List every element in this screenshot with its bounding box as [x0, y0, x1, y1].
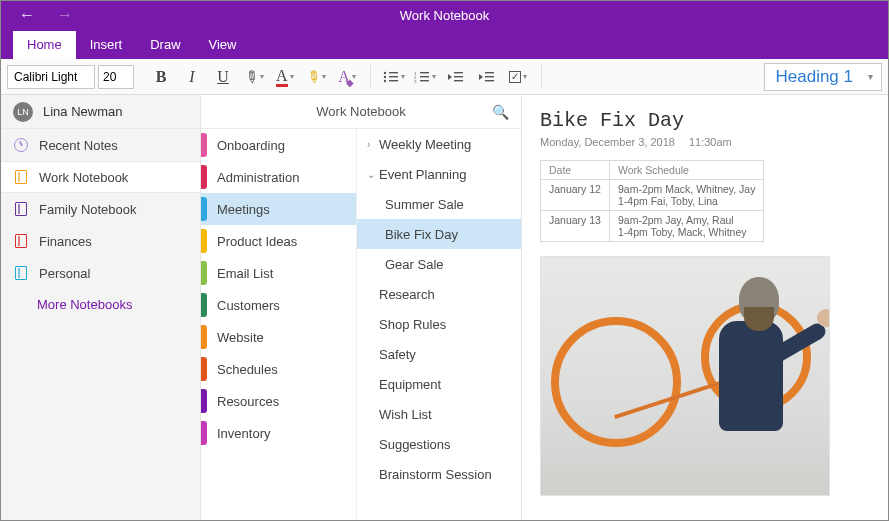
svg-rect-11 — [420, 80, 429, 81]
notebook-icon — [13, 265, 29, 281]
tab-insert[interactable]: Insert — [76, 31, 137, 59]
page-event-planning[interactable]: ⌄Event Planning — [357, 159, 521, 189]
notebook-icon — [13, 169, 29, 185]
sections-list: Onboarding Administration Meetings Produ… — [201, 129, 356, 520]
page-equipment[interactable]: Equipment — [357, 369, 521, 399]
tab-draw[interactable]: Draw — [136, 31, 194, 59]
sidebar-item-personal[interactable]: Personal — [1, 257, 200, 289]
user-name: Lina Newman — [43, 104, 123, 119]
page-gear-sale[interactable]: Gear Sale — [357, 249, 521, 279]
numbering-button[interactable]: 123▾ — [411, 64, 439, 90]
notebooks-sidebar: LN Lina Newman Recent Notes Work Noteboo… — [1, 95, 201, 520]
back-arrow-icon[interactable]: ← — [19, 6, 35, 24]
section-meetings[interactable]: Meetings — [201, 193, 356, 225]
page-brainstorm-session[interactable]: Brainstorm Session — [357, 459, 521, 489]
indent-button[interactable] — [473, 64, 501, 90]
svg-rect-14 — [454, 80, 463, 81]
ribbon-tabs: Home Insert Draw View — [1, 29, 888, 59]
tab-home[interactable]: Home — [13, 31, 76, 59]
search-icon[interactable]: 🔍 — [492, 104, 509, 120]
schedule-table[interactable]: DateWork Schedule January 129am-2pm Mack… — [540, 160, 764, 242]
sidebar-item-work-notebook[interactable]: Work Notebook — [1, 161, 200, 193]
page-research[interactable]: Research — [357, 279, 521, 309]
ribbon: B I U ✎▾ A▾ ✎▾ A◆▾ ▾ 123▾ ✓▾ Heading 1 — [1, 59, 888, 95]
chevron-down-icon: ⌄ — [367, 169, 379, 180]
pages-list: ›Weekly Meeting ⌄Event Planning Summer S… — [356, 129, 521, 520]
svg-rect-17 — [485, 80, 494, 81]
section-schedules[interactable]: Schedules — [201, 353, 356, 385]
svg-point-4 — [384, 79, 386, 81]
sidebar-item-family-notebook[interactable]: Family Notebook — [1, 193, 200, 225]
section-resources[interactable]: Resources — [201, 385, 356, 417]
note-image[interactable] — [540, 256, 830, 496]
page-weekly-meeting[interactable]: ›Weekly Meeting — [357, 129, 521, 159]
svg-rect-15 — [485, 72, 494, 73]
page-safety[interactable]: Safety — [357, 339, 521, 369]
title-bar: ← → Work Notebook — [1, 1, 888, 29]
page-suggestions[interactable]: Suggestions — [357, 429, 521, 459]
svg-text:3: 3 — [414, 79, 417, 84]
svg-rect-16 — [485, 76, 494, 77]
bullets-button[interactable]: ▾ — [380, 64, 408, 90]
todo-tag-button[interactable]: ✓▾ — [504, 64, 532, 90]
note-title[interactable]: Bike Fix Day — [540, 109, 870, 132]
section-website[interactable]: Website — [201, 321, 356, 353]
outdent-button[interactable] — [442, 64, 470, 90]
sidebar-item-finances[interactable]: Finances — [1, 225, 200, 257]
section-inventory[interactable]: Inventory — [201, 417, 356, 449]
highlight-button[interactable]: ✎▾ — [240, 64, 268, 90]
bold-button[interactable]: B — [147, 64, 175, 90]
style-select[interactable]: Heading 1 — [764, 63, 882, 91]
svg-rect-13 — [454, 76, 463, 77]
sections-pages-panel: Work Notebook 🔍 Onboarding Administratio… — [201, 95, 522, 520]
notebook-icon — [13, 201, 29, 217]
svg-rect-3 — [389, 76, 398, 77]
notebook-icon — [13, 233, 29, 249]
section-product-ideas[interactable]: Product Ideas — [201, 225, 356, 257]
section-customers[interactable]: Customers — [201, 289, 356, 321]
svg-point-2 — [384, 75, 386, 77]
page-shop-rules[interactable]: Shop Rules — [357, 309, 521, 339]
svg-rect-9 — [420, 76, 429, 77]
page-wish-list[interactable]: Wish List — [357, 399, 521, 429]
more-notebooks-link[interactable]: More Notebooks — [1, 289, 200, 320]
svg-rect-5 — [389, 80, 398, 81]
font-color-button[interactable]: A▾ — [271, 64, 299, 90]
forward-arrow-icon[interactable]: → — [57, 6, 73, 24]
highlight-color-button[interactable]: ✎▾ — [302, 64, 330, 90]
svg-rect-1 — [389, 72, 398, 73]
user-row[interactable]: LN Lina Newman — [1, 95, 200, 129]
clear-format-button[interactable]: A◆▾ — [333, 64, 361, 90]
window-title: Work Notebook — [400, 8, 489, 23]
page-summer-sale[interactable]: Summer Sale — [357, 189, 521, 219]
tab-view[interactable]: View — [195, 31, 251, 59]
section-administration[interactable]: Administration — [201, 161, 356, 193]
chevron-right-icon: › — [367, 139, 379, 150]
underline-button[interactable]: U — [209, 64, 237, 90]
avatar: LN — [13, 102, 33, 122]
clock-icon — [13, 137, 29, 153]
notebook-header[interactable]: Work Notebook 🔍 — [201, 95, 521, 129]
note-canvas[interactable]: Bike Fix Day Monday, December 3, 201811:… — [522, 95, 888, 520]
svg-rect-7 — [420, 72, 429, 73]
svg-point-0 — [384, 71, 386, 73]
font-size-input[interactable] — [98, 65, 134, 89]
font-name-input[interactable] — [7, 65, 95, 89]
section-email-list[interactable]: Email List — [201, 257, 356, 289]
sidebar-recent-notes[interactable]: Recent Notes — [1, 129, 200, 161]
page-bike-fix-day[interactable]: Bike Fix Day — [357, 219, 521, 249]
section-onboarding[interactable]: Onboarding — [201, 129, 356, 161]
note-meta: Monday, December 3, 201811:30am — [540, 136, 870, 148]
svg-rect-12 — [454, 72, 463, 73]
italic-button[interactable]: I — [178, 64, 206, 90]
